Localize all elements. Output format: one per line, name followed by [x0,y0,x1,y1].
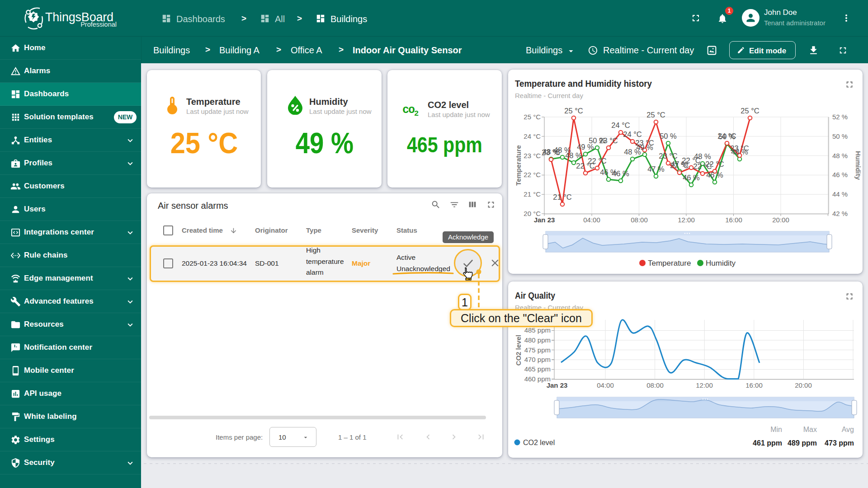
svg-text:48 %: 48 % [832,152,848,160]
svg-text:465 ppm: 465 ppm [524,365,551,373]
svg-text:Min: Min [770,426,782,433]
svg-text:23 °C: 23 °C [599,136,618,145]
svg-text:24 °C: 24 °C [524,132,541,140]
svg-text:47 %: 47 % [647,165,665,173]
svg-text:16:00: 16:00 [725,216,742,224]
svg-text:23 °C: 23 °C [659,152,678,160]
svg-text:22 °C: 22 °C [588,157,607,165]
svg-text:CO2 level: CO2 level [523,439,555,446]
svg-text:461 ppm: 461 ppm [753,439,782,447]
svg-text:Humidity: Humidity [706,259,736,267]
svg-text:Realtime - Current day: Realtime - Current day [515,92,583,99]
svg-text:12:00: 12:00 [678,216,695,224]
svg-text:25 °C: 25 °C [564,107,583,115]
svg-text:23 °C: 23 °C [524,152,541,160]
svg-text:24 °C: 24 °C [611,121,630,129]
svg-text:Max: Max [803,426,817,433]
svg-text:46 %: 46 % [612,169,629,178]
svg-text:25 °C: 25 °C [524,113,541,121]
svg-text:25 °C: 25 °C [646,111,665,119]
svg-text:25 °C: 25 °C [741,107,760,115]
svg-text:485 ppm: 485 ppm [524,326,551,334]
svg-text:20:00: 20:00 [772,216,789,224]
svg-text:48 %: 48 % [565,151,582,160]
svg-text:Jan 23: Jan 23 [547,381,568,389]
svg-text:08:00: 08:00 [646,381,664,389]
svg-text:50 %: 50 % [832,132,848,140]
svg-text:24 °C: 24 °C [623,130,642,138]
svg-text:12:00: 12:00 [696,381,713,389]
svg-text:21 °C: 21 °C [524,190,541,198]
svg-text:46 %: 46 % [683,174,700,182]
svg-text:23 °C: 23 °C [730,144,749,152]
svg-text:44 %: 44 % [832,190,848,198]
svg-text:08:00: 08:00 [631,216,648,224]
svg-text:480 ppm: 480 ppm [524,336,551,344]
svg-text:Temperature and Humidity histo: Temperature and Humidity history [515,78,652,89]
svg-text:24 °C: 24 °C [717,132,736,140]
svg-text:475 ppm: 475 ppm [524,346,551,354]
svg-text:52 %: 52 % [832,113,848,121]
svg-text:473 ppm: 473 ppm [825,439,854,447]
svg-text:20:00: 20:00 [795,381,812,389]
svg-text:22 °C: 22 °C [524,171,541,178]
svg-text:Jan 23: Jan 23 [534,216,555,224]
svg-text:50 %: 50 % [660,132,677,140]
svg-text:Temperature: Temperature [648,259,691,267]
svg-text:46 %: 46 % [832,171,848,178]
svg-text:Avg: Avg [842,426,854,433]
svg-text:Air Quality: Air Quality [515,290,555,300]
svg-text:46 %: 46 % [706,171,723,179]
svg-text:16:00: 16:00 [745,381,763,389]
svg-text:489 ppm: 489 ppm [788,439,817,447]
svg-text:Humidity: Humidity [854,151,862,180]
svg-text:Temperature: Temperature [514,145,522,186]
svg-text:CO2 level: CO2 level [514,335,522,366]
svg-text:42 %: 42 % [832,210,848,217]
svg-text:04:00: 04:00 [597,381,614,389]
svg-text:04:00: 04:00 [583,216,600,224]
svg-text:470 ppm: 470 ppm [524,356,551,363]
svg-text:23 °C: 23 °C [542,148,561,156]
svg-text:22 °C: 22 °C [705,160,724,168]
svg-text:23 °C: 23 °C [635,139,654,147]
svg-text:21 °C: 21 °C [553,193,572,201]
